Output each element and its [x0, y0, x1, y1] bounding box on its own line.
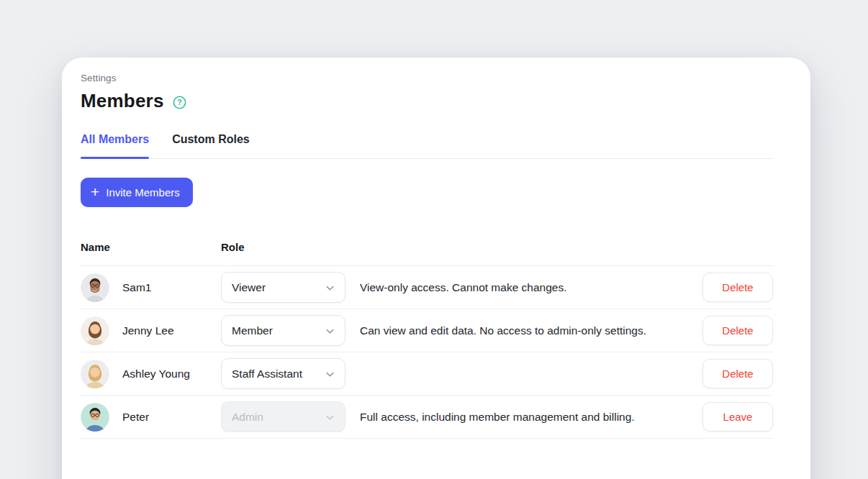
avatar-photo-man-denim	[81, 403, 109, 432]
breadcrumb: Settings	[81, 73, 773, 83]
tabs-bar: All Members Custom Roles	[81, 133, 773, 159]
role-select-value: Viewer	[232, 281, 266, 294]
role-select[interactable]: Staff Assistant	[221, 358, 345, 389]
svg-text:?: ?	[177, 99, 181, 106]
role-select[interactable]: Member	[221, 315, 345, 346]
member-name-cell: Sam1	[81, 273, 221, 302]
tab-all-members[interactable]: All Members	[81, 133, 149, 158]
member-name-cell: Jenny Lee	[81, 316, 221, 345]
column-header-name: Name	[81, 241, 221, 253]
role-select[interactable]: Viewer	[221, 272, 345, 303]
chevron-down-icon	[325, 326, 335, 337]
leave-button[interactable]: Leave	[702, 402, 773, 432]
avatar-memoji-man-glasses-beard	[81, 273, 109, 302]
member-name: Ashley Young	[122, 368, 190, 380]
table-header: Name Role	[81, 241, 773, 266]
member-name: Peter	[122, 411, 149, 424]
chevron-down-icon	[325, 283, 335, 293]
role-select-value: Admin	[232, 411, 263, 424]
plus-icon: +	[91, 184, 99, 199]
table-row: Ashley Young Staff Assistant Delete	[81, 352, 773, 396]
member-name: Jenny Lee	[122, 324, 174, 337]
invite-members-label: Invite Members	[106, 186, 180, 199]
role-select: Admin	[221, 401, 345, 432]
avatar-memoji-woman-brown-hair	[81, 316, 109, 345]
chevron-down-icon	[325, 412, 335, 423]
avatar-memoji-woman-blonde	[81, 360, 109, 388]
role-select-value: Staff Assistant	[232, 368, 302, 380]
role-description: View-only access. Cannot make changes.	[360, 281, 702, 294]
column-header-role: Role	[221, 241, 360, 253]
chevron-down-icon	[325, 369, 335, 380]
role-description: Full access, including member management…	[360, 411, 702, 424]
member-name-cell: Peter	[81, 403, 221, 432]
table-row: Jenny Lee Member Can view and edit data.…	[81, 309, 773, 352]
role-select-value: Member	[232, 324, 273, 337]
role-description: Can view and edit data. No access to adm…	[360, 324, 702, 337]
table-row: Peter Admin Full access, including membe…	[81, 396, 773, 439]
member-name: Sam1	[122, 281, 152, 294]
members-table: Sam1 Viewer View-only access. Cannot mak…	[81, 266, 773, 439]
title-row: Members ?	[81, 90, 773, 112]
question-mark-circle-icon[interactable]: ?	[173, 96, 186, 109]
delete-button[interactable]: Delete	[702, 273, 773, 302]
table-row: Sam1 Viewer View-only access. Cannot mak…	[81, 266, 773, 309]
page-title: Members	[81, 90, 164, 112]
members-settings-card: Settings Members ? All Members Custom Ro…	[62, 58, 810, 479]
invite-members-button[interactable]: + Invite Members	[81, 178, 193, 207]
delete-button[interactable]: Delete	[702, 316, 773, 345]
tab-custom-roles[interactable]: Custom Roles	[172, 133, 250, 158]
delete-button[interactable]: Delete	[702, 359, 773, 388]
member-name-cell: Ashley Young	[81, 360, 221, 388]
